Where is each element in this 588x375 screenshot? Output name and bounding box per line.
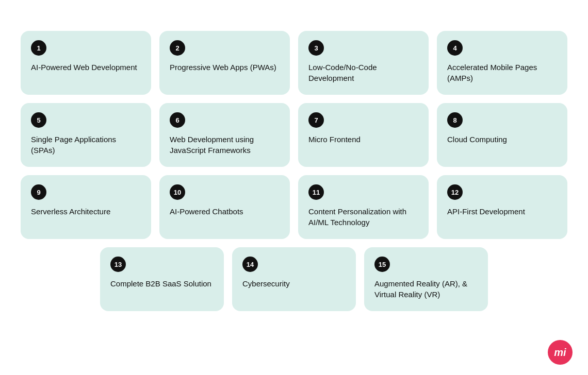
trend-card-3: 3Low-Code/No-Code Development — [298, 31, 429, 95]
trend-card-4: 4Accelerated Mobile Pages (AMPs) — [437, 31, 567, 95]
trend-label-7: Micro Frontend — [308, 134, 418, 145]
bottom-row: 13Complete B2B SaaS Solution14Cybersecur… — [21, 247, 567, 311]
trend-label-11: Content Personalization with AI/ML Techn… — [308, 206, 418, 228]
badge-2: 2 — [170, 40, 185, 56]
trend-card-11: 11Content Personalization with AI/ML Tec… — [298, 175, 429, 239]
trend-card-1: 1AI-Powered Web Development — [21, 31, 151, 95]
badge-8: 8 — [447, 112, 463, 128]
trend-card-13: 13Complete B2B SaaS Solution — [100, 247, 224, 311]
badge-7: 7 — [308, 112, 324, 128]
trend-label-10: AI-Powered Chatbots — [170, 206, 280, 217]
trend-card-8: 8Cloud Computing — [437, 103, 567, 167]
badge-13: 13 — [110, 257, 126, 272]
grid-row-1: 1AI-Powered Web Development2Progressive … — [21, 31, 567, 95]
trends-grid: 1AI-Powered Web Development2Progressive … — [21, 31, 567, 239]
trend-card-9: 9Serverless Architecture — [21, 175, 151, 239]
logo-container: mi — [548, 340, 573, 365]
badge-12: 12 — [447, 184, 463, 200]
badge-10: 10 — [170, 184, 185, 200]
page-container: 1AI-Powered Web Development2Progressive … — [0, 0, 588, 375]
trend-label-13: Complete B2B SaaS Solution — [110, 278, 214, 289]
badge-9: 9 — [31, 184, 46, 200]
badge-1: 1 — [31, 40, 46, 56]
trend-label-4: Accelerated Mobile Pages (AMPs) — [447, 62, 557, 83]
trend-card-5: 5Single Page Applications (SPAs) — [21, 103, 151, 167]
trend-label-6: Web Development using JavaScript Framewo… — [170, 134, 280, 156]
badge-11: 11 — [308, 184, 324, 200]
trend-card-10: 10AI-Powered Chatbots — [159, 175, 290, 239]
badge-15: 15 — [374, 257, 390, 272]
brand-logo: mi — [548, 340, 573, 365]
badge-6: 6 — [170, 112, 185, 128]
trend-label-9: Serverless Architecture — [31, 206, 141, 217]
trend-card-6: 6Web Development using JavaScript Framew… — [159, 103, 290, 167]
trend-label-8: Cloud Computing — [447, 134, 557, 145]
trend-label-12: API-First Development — [447, 206, 557, 217]
badge-14: 14 — [242, 257, 258, 272]
trend-label-2: Progressive Web Apps (PWAs) — [170, 62, 280, 73]
trend-card-15: 15Augmented Reality (AR), & Virtual Real… — [364, 247, 488, 311]
trend-label-5: Single Page Applications (SPAs) — [31, 134, 141, 156]
trend-label-14: Cybersecurity — [242, 278, 346, 289]
trend-card-7: 7Micro Frontend — [298, 103, 429, 167]
badge-5: 5 — [31, 112, 46, 128]
grid-row-3: 9Serverless Architecture10AI-Powered Cha… — [21, 175, 567, 239]
grid-row-2: 5Single Page Applications (SPAs)6Web Dev… — [21, 103, 567, 167]
trend-label-1: AI-Powered Web Development — [31, 62, 141, 73]
trend-label-15: Augmented Reality (AR), & Virtual Realit… — [374, 278, 478, 300]
trend-card-12: 12API-First Development — [437, 175, 567, 239]
trend-label-3: Low-Code/No-Code Development — [308, 62, 418, 83]
trend-card-2: 2Progressive Web Apps (PWAs) — [159, 31, 290, 95]
badge-4: 4 — [447, 40, 463, 56]
badge-3: 3 — [308, 40, 324, 56]
trend-card-14: 14Cybersecurity — [232, 247, 356, 311]
